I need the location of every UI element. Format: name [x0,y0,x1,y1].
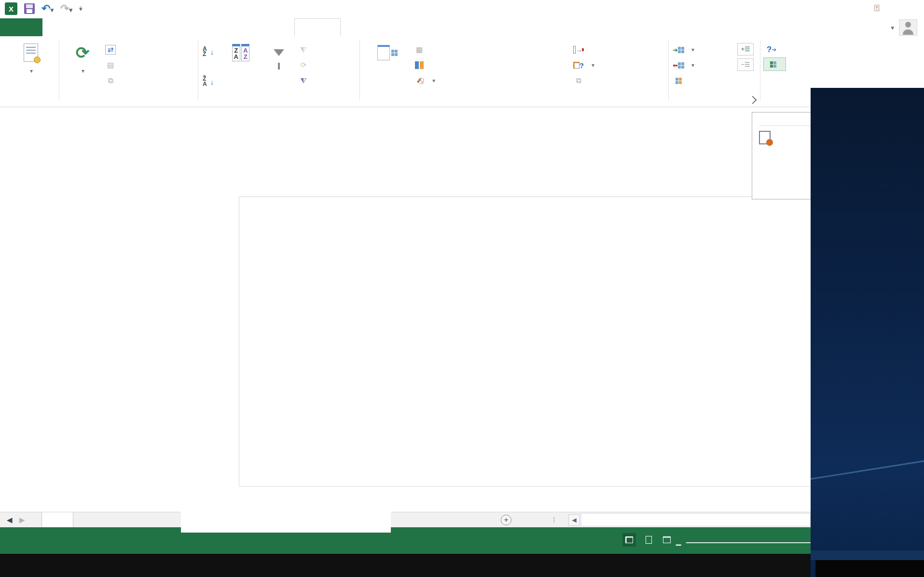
tab-podatki[interactable] [294,18,341,36]
excel-logo-icon: X [5,2,17,15]
desktop-light-streak [811,456,924,482]
properties-icon: ▤ [105,60,116,70]
ribbon-display-options-button[interactable]: ⍐ [874,3,880,14]
second-monitor-taskbar [815,560,924,577]
what-if-analysis-icon: ? [573,60,584,70]
title-bar: X ↶▾ ↷▾ ▾̄ ⍐ [0,0,924,18]
group-label-data-tools [359,96,668,105]
normal-view-button[interactable] [622,533,636,547]
tab-ogled[interactable] [391,18,422,36]
horizontal-scrollbar[interactable] [581,513,811,526]
sort-icon: ZA AZ [232,40,250,65]
ungroup-button[interactable]: ⬅ ▾ [673,58,694,72]
group-button[interactable]: ➜ ▾ [673,43,694,56]
ungroup-icon: ⬅ [673,60,684,70]
filter-icon [274,40,284,65]
zoom-out-button[interactable]: – [676,538,681,551]
addin-doc-gear-icon [759,131,771,144]
ribbon-podatki: ▾ ⟳ ▾ ⇄ ▤ ⧉ AŽ↓ ŽA↓ ZA AZ ⧨ ⟳ ⧨ [0,36,924,107]
clear-filter-icon: ⧨ [298,45,309,55]
filter-button[interactable] [264,40,293,65]
advanced-filter-button[interactable]: ⧨ [298,74,312,87]
relationships-button[interactable]: ⧉ [573,74,587,87]
tab-formule[interactable] [246,18,290,36]
tab-vstavljanje[interactable] [100,18,154,36]
solver-button[interactable]: ?➜ [766,43,780,56]
group-icon: ➜ [673,45,684,55]
flash-fill-icon: ▦ [414,45,425,55]
desktop-horizon-band [811,550,924,560]
page-break-view-button[interactable] [660,533,674,547]
group-label-connections [63,96,196,105]
tab-postavitev-strani[interactable] [159,18,241,36]
white-overlay-box [181,509,391,533]
external-data-icon [24,40,38,65]
text-to-columns-icon [377,40,398,65]
tab-datoteka[interactable] [0,18,42,36]
sheet-next-icon[interactable]: ▶ [19,516,25,524]
remove-duplicates-icon [414,60,425,70]
edit-links-button[interactable]: ⧉ [105,74,119,87]
flash-fill-button[interactable]: ▦ [414,43,428,56]
sheet-tab-list2[interactable] [41,512,73,528]
status-bar: – [0,527,811,554]
text-to-columns-button[interactable] [364,40,411,65]
zoom-slider[interactable] [686,542,813,543]
tab-splitter-icon[interactable]: ⁞ [553,516,555,524]
histogram-chart[interactable] [239,197,859,487]
sort-ascending-button[interactable]: AŽ↓ [203,45,214,58]
group-label-sort-filter [198,96,359,105]
data-analysis-icon [768,59,778,69]
sort-descending-button[interactable]: ŽA↓ [203,75,214,88]
reapply-icon: ⟳ [298,60,309,70]
sheet-tab-bar: ◀ ▶ + ⁞ ◀ [0,512,811,527]
group-label-outline [668,96,758,105]
undo-icon[interactable]: ↶▾ [41,2,54,15]
new-sheet-button[interactable]: + [501,515,511,525]
clear-filter-button[interactable]: ⧨ [298,43,312,56]
hide-detail-button[interactable]: −☰ [737,58,754,71]
tab-pregled[interactable] [346,18,386,36]
quick-access-toolbar: X ↶▾ ↷▾ ▾̄ [5,2,82,15]
connections-icon: ⇄ [105,45,116,55]
reapply-button[interactable]: ⟳ [298,58,312,72]
refresh-icon: ⟳ [76,40,90,65]
properties-button[interactable]: ▤ [105,58,119,72]
data-analysis-button[interactable] [763,57,786,71]
show-detail-button[interactable]: +☰ [737,43,754,56]
ribbon-tab-row: ▾ [0,18,924,36]
windows-taskbar [0,554,811,577]
page-layout-view-button[interactable] [642,533,655,547]
relationships-icon: ⧉ [573,76,584,85]
save-icon[interactable] [24,3,35,14]
user-name[interactable]: ▾ [891,22,894,32]
refresh-all-button[interactable]: ⟳ ▾ [63,40,102,76]
data-validation-button[interactable]: ✓⃠ ▾ [414,74,435,87]
get-external-data-button[interactable]: ▾ [4,40,58,76]
remove-duplicates-button[interactable] [414,58,428,72]
redo-icon[interactable]: ↷▾ [60,2,72,15]
user-avatar[interactable] [899,19,917,36]
consolidate-button[interactable]: → [573,43,587,56]
subtotal-button[interactable] [673,74,687,87]
second-monitor-desktop [811,88,924,577]
edit-links-icon: ⧉ [105,76,116,85]
qat-customize-icon[interactable]: ▾̄ [79,5,83,13]
connections-button[interactable]: ⇄ [105,43,119,56]
sort-button[interactable]: ZA AZ [220,40,262,65]
hscroll-left-button[interactable]: ◀ [568,514,580,526]
what-if-analysis-button[interactable]: ? ▾ [573,58,594,72]
advanced-filter-icon: ⧨ [298,76,309,85]
sheet-prev-icon[interactable]: ◀ [7,516,13,524]
consolidate-icon: → [573,45,584,55]
solver-icon: ?➜ [766,45,777,55]
tab-osnovno[interactable] [48,18,95,36]
data-validation-icon: ✓⃠ [414,76,425,85]
subtotal-icon [673,76,684,85]
